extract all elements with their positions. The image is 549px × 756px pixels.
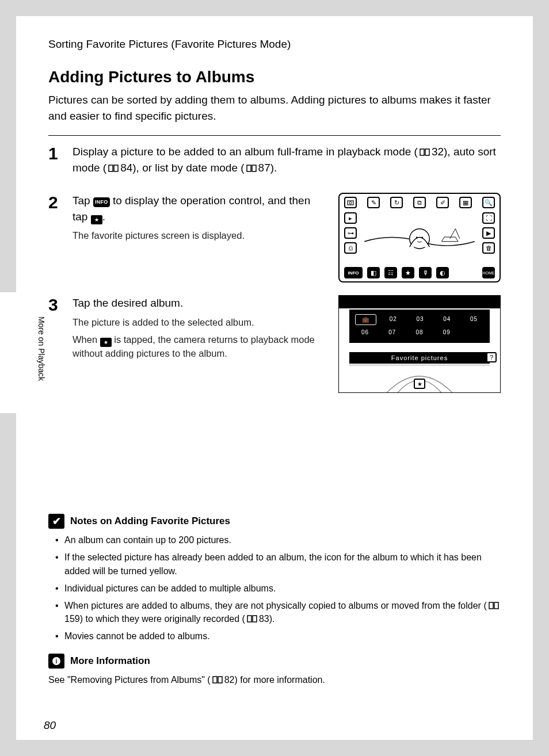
step-number: 1 [48,144,73,180]
album-item: 03 [410,314,430,325]
home-icon: HOME [482,267,495,278]
step-3-sub1: The picture is added to the selected alb… [73,316,327,330]
book-icon [419,148,430,157]
divider [48,135,501,136]
page-ref: 82 [224,675,235,685]
text: ), or list by date mode ( [132,162,244,174]
page-ref: 159 [64,614,80,624]
step-3-text: Tap the desired album. [73,295,327,311]
page-title: Adding Pictures to Albums [48,68,501,86]
play-icon: ▸ [344,212,357,224]
favorite-icon [100,338,112,347]
note-item: If the selected picture has already been… [55,551,501,577]
page-ref: 32 [432,146,444,158]
side-tab [0,292,16,413]
thumb-icon: ▦ [459,197,472,208]
album-item: 02 [383,314,403,325]
notes-block: ✔ Notes on Adding Favorite Pictures An a… [48,514,501,686]
album-item: 09 [437,327,457,337]
note-item: Individual pictures can be added to mult… [55,582,501,595]
page: More on Playback Sorting Favorite Pictur… [16,16,533,740]
key-icon: ⊶ [344,227,357,239]
album-item [464,327,484,337]
album-item: 06 [355,327,375,337]
intro-paragraph: Pictures can be sorted by adding them to… [48,92,501,124]
step-1: 1 Display a picture to be added to an al… [48,144,501,180]
text: ) to which they were originally recorded… [80,614,245,624]
favorite-icon [91,215,102,224]
notes-list: An album can contain up to 200 pictures.… [48,533,501,643]
copy-icon: ⧉ [413,197,426,208]
voice-icon: 🎙 [419,267,432,278]
text: When [73,334,100,345]
side-section-label: More on Playback [37,316,46,381]
print-icon: ⎙ [344,242,357,254]
text: . [102,211,105,223]
note-item: An album can contain up to 200 pictures. [55,533,501,547]
step-2-row: 2 Tap INFO to display the operation cont… [48,193,501,282]
full-icon: ⛶ [482,212,495,224]
album-item: 07 [382,327,402,337]
step-1-text: Display a picture to be added to an albu… [73,144,501,175]
info-button-icon: INFO [344,267,363,278]
page-ref: 84 [120,162,132,174]
text: ). [269,614,275,624]
svg-text:i: i [56,658,58,665]
retouch-icon: ◐ [436,267,449,278]
slideshow-icon: ▶ [482,227,495,239]
album-item: 💼 [355,314,376,325]
text: When pictures are added to albums, they … [64,601,487,610]
svg-point-1 [349,202,352,204]
step-3-sub2: When is tapped, the camera returns to pl… [73,333,327,361]
pencil-icon: ✎ [367,197,380,208]
favorite-button-icon: ★ [402,267,414,278]
sort-icon: ☷ [384,267,397,278]
text: ). [270,162,277,174]
favorite-caption: Favorite pictures [349,352,490,364]
book-icon [246,614,258,624]
book-icon [212,675,223,685]
info-circle-icon: i [48,654,64,669]
album-item: 08 [409,327,429,337]
album-select-illustration: 💼 02 03 04 05 06 07 08 09 Favorite pictu [338,295,501,393]
page-number: 80 [44,719,56,732]
camera-ui-illustration: ✎ ↻ ⧉ ✐ ▦ 🔍 ▸ ⊶ ⎙ ⛶ ▶ 🗑 [338,193,501,282]
text: Display a picture to be added to an albu… [73,146,418,158]
text: See "Removing Pictures from Albums" ( [48,675,211,685]
book-icon [108,164,119,173]
camera-mode-icon [344,197,357,208]
trash-icon: 🗑 [482,242,495,254]
info-icon: INFO [93,197,110,207]
notes-title: Notes on Adding Favorite Pictures [70,516,230,527]
text: ) for more information. [234,675,325,685]
more-info-text: See "Removing Pictures from Albums" (82)… [48,673,501,686]
step-number: 3 [48,295,73,393]
page-ref: 83 [259,614,269,624]
book-icon [488,601,500,610]
svg-point-3 [416,237,418,239]
note-item: When pictures are added to albums, they … [55,599,501,625]
book-icon [246,164,257,173]
zoom-icon: 🔍 [482,197,495,208]
album-item: 05 [464,314,484,325]
text: Tap [73,194,93,207]
rotate-icon: ↻ [390,197,403,208]
section-header: Sorting Favorite Pictures (Favorite Pict… [48,38,501,51]
step-number: 2 [48,193,73,282]
step-3-row: 3 Tap the desired album. The picture is … [48,295,501,393]
svg-point-4 [421,237,423,239]
check-icon: ✔ [48,514,64,529]
paint-icon: ✐ [436,197,449,208]
favorite-icon: ★ [414,379,425,389]
more-info-title: More Information [70,655,150,667]
step-2-text: Tap INFO to display the operation contro… [73,193,327,224]
note-item: Movies cannot be added to albums. [55,629,501,643]
page-ref: 87 [258,162,270,174]
help-icon: ? [486,352,497,362]
album-item: 04 [437,314,457,325]
date-icon: ◧ [367,267,380,278]
step-2-sub: The favorite pictures screen is displaye… [73,229,327,243]
